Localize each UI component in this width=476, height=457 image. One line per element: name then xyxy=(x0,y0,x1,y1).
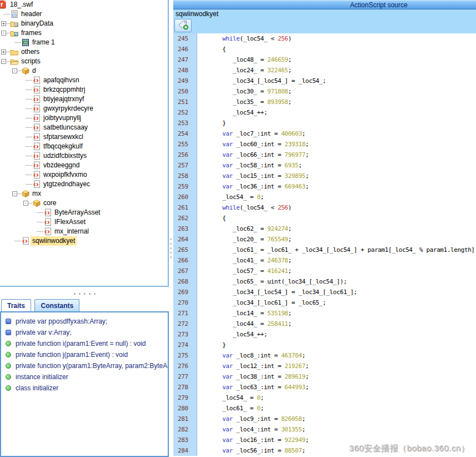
tree-item[interactable]: vbzdeeggnd xyxy=(0,161,168,170)
tree-item[interactable]: wxpoipfkfvxmo xyxy=(0,170,168,180)
tree-item[interactable]: apafqqihvsn xyxy=(0,76,168,85)
code-text: _loc61_ = _loc61_ + _loc34_[_loc54_] + p… xyxy=(197,245,476,255)
tree-item-label[interactable]: satbetluncsaay xyxy=(42,123,89,132)
tree-item-label[interactable]: ByteArrayAsset xyxy=(53,208,102,217)
tree-item-label[interactable]: core xyxy=(42,198,58,208)
tab-traits[interactable]: Traits xyxy=(1,299,31,311)
folder-frames-icon xyxy=(10,29,19,37)
tree-item-label-selected[interactable]: sqwiinwodkyet xyxy=(31,236,77,246)
tab-constants[interactable]: Constants xyxy=(34,299,79,311)
tree-item-label[interactable]: header xyxy=(19,9,43,19)
line-number: 284 xyxy=(173,445,197,456)
code-line: 262 { xyxy=(173,213,476,223)
line-number: 278 xyxy=(173,382,197,393)
tree-item[interactable]: -core xyxy=(0,198,168,208)
script-icon xyxy=(32,161,41,170)
collapse-icon[interactable]: - xyxy=(12,68,17,73)
code-editor[interactable]: 245 while(_loc54_ < 256)246 {247 _loc48_… xyxy=(173,33,476,457)
tree-item-label[interactable]: vbzdeeggnd xyxy=(42,161,81,170)
tree-item[interactable]: +10binaryData xyxy=(0,19,168,28)
tree-item[interactable]: +others xyxy=(0,47,168,57)
method-icon xyxy=(6,385,11,391)
tree-item[interactable]: header xyxy=(0,9,168,19)
tree-item-label[interactable]: scripts xyxy=(19,57,42,66)
trait-item[interactable]: private function j(param1:Event) : void xyxy=(1,349,168,360)
tree-item[interactable]: IFlexAsset xyxy=(0,217,168,227)
tree-item[interactable]: sfptarsewxkcl xyxy=(0,132,168,142)
line-number: 270 xyxy=(173,297,197,308)
tree-item[interactable]: brkzqcppmhtrj xyxy=(0,85,168,95)
line-number: 283 xyxy=(173,435,197,445)
tree-connector-line xyxy=(26,146,32,147)
code-line: 279 _loc54_ = 0; xyxy=(173,393,476,403)
tree-item-label[interactable]: mx_internal xyxy=(53,227,91,236)
trait-item[interactable]: class initializer xyxy=(1,383,168,394)
tree-item-label[interactable]: gwxyrpykrdecyre xyxy=(42,104,95,113)
tree-item-label[interactable]: ytgtzedndhayec xyxy=(42,180,92,189)
line-number: 273 xyxy=(173,329,197,340)
editor-tab-label[interactable]: sqwiinwodkyet xyxy=(176,10,218,18)
tree-item-label[interactable]: IFlexAsset xyxy=(53,217,87,227)
expand-icon[interactable]: + xyxy=(1,49,6,54)
tree-connector-line xyxy=(3,14,10,14)
tree-item-label[interactable]: sfptarsewxkcl xyxy=(42,132,85,142)
tree-item[interactable]: frame 1 xyxy=(0,38,168,47)
tree-item-label[interactable]: binaryData xyxy=(19,19,55,28)
tree-item-label[interactable]: udzidfcbixsttys xyxy=(42,151,88,161)
tree-item-label[interactable]: mx xyxy=(31,189,43,198)
field-icon xyxy=(6,330,11,335)
code-line: 246 { xyxy=(173,44,476,54)
vertical-splitter[interactable] xyxy=(169,0,173,457)
tree-item[interactable]: joibtyvupnyllj xyxy=(0,113,168,123)
tree-item[interactable]: mx_internal xyxy=(0,227,168,236)
trait-item[interactable]: private function y(param1:ByteArray, par… xyxy=(1,360,168,371)
expand-icon[interactable]: + xyxy=(1,21,6,26)
tree-item-label[interactable]: apafqqihvsn xyxy=(42,76,81,85)
tree-item[interactable]: ByteArrayAsset xyxy=(0,208,168,217)
tree-item[interactable]: -d xyxy=(0,66,168,76)
tree-item-label[interactable]: others xyxy=(19,47,41,57)
tree-item[interactable]: -frames xyxy=(0,28,168,38)
tree-item[interactable]: satbetluncsaay xyxy=(0,123,168,132)
trait-item[interactable]: instance initializer xyxy=(1,371,168,383)
tree-item-label[interactable]: frames xyxy=(19,28,43,38)
tree-item-label[interactable]: tfbqcqekgkulf xyxy=(42,142,84,151)
collapse-icon[interactable]: - xyxy=(1,59,6,64)
tree-item[interactable]: tfbqcqekgkulf xyxy=(0,142,168,151)
collapse-icon[interactable]: - xyxy=(12,191,17,196)
trait-item[interactable]: private function i(param1:Event = null) … xyxy=(1,338,168,349)
tree-item[interactable]: btiyjeajqtrxnyf xyxy=(0,95,168,104)
tree-item[interactable]: f18_.swf xyxy=(0,0,168,9)
code-text: var _loc56_:int = 88507; xyxy=(197,445,305,456)
film-icon xyxy=(21,38,30,47)
code-line: 280 _loc61_ = 0; xyxy=(173,403,476,414)
code-line: 273 _loc54_++; xyxy=(173,329,476,340)
tree-item[interactable]: sqwiinwodkyet xyxy=(0,236,168,246)
tree-item-label[interactable]: d xyxy=(31,66,38,76)
tree-item[interactable]: ytgtzedndhayec xyxy=(0,180,168,189)
line-number: 251 xyxy=(173,97,197,107)
trait-item[interactable]: private var v:Array; xyxy=(1,327,168,338)
tree-connector-line xyxy=(26,108,32,109)
tree-item-label[interactable]: brkzqcppmhtrj xyxy=(42,85,87,95)
tree-item[interactable]: -scripts xyxy=(0,57,168,66)
line-number: 256 xyxy=(173,150,197,160)
tree-item[interactable]: udzidfcbixsttys xyxy=(0,151,168,161)
tree-item[interactable]: gwxyrpykrdecyre xyxy=(0,104,168,113)
code-text: var _loc60_:int = 239318; xyxy=(197,139,309,150)
tree-item-label[interactable]: 18_.swf xyxy=(8,0,34,9)
tree-item-label[interactable]: frame 1 xyxy=(31,38,57,47)
collapse-icon[interactable]: - xyxy=(23,201,28,206)
tree-item-label[interactable]: joibtyvupnyllj xyxy=(42,113,83,123)
collapse-icon[interactable]: - xyxy=(1,31,6,36)
code-line: 281 var _loc9_:int = 826058; xyxy=(173,414,476,424)
horizontal-splitter[interactable] xyxy=(0,288,169,299)
tree-item[interactable]: -mx xyxy=(0,189,168,198)
tree-item-label[interactable]: btiyjeajqtrxnyf xyxy=(42,95,86,104)
edit-tag-button[interactable] xyxy=(174,19,192,32)
actionscript-source-panel: ActionScript source sqwiinwodkyet 245 wh… xyxy=(173,0,476,457)
edit-tag-icon xyxy=(177,20,189,30)
tree-item-label[interactable]: wxpoipfkfvxmo xyxy=(42,170,89,180)
trait-item[interactable]: private var pposdffyxash:Array; xyxy=(1,316,168,327)
script-icon xyxy=(32,86,41,94)
